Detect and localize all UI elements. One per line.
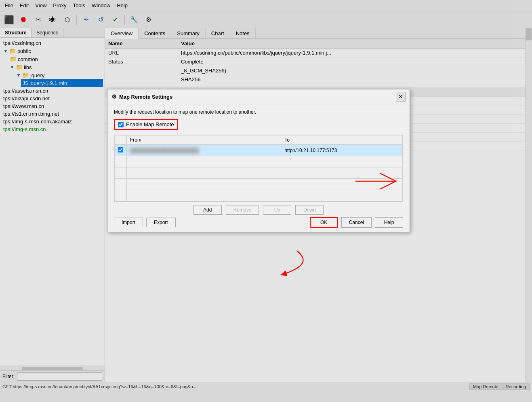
- col-from: From: [127, 135, 281, 145]
- row-checkbox[interactable]: [118, 147, 123, 152]
- grid-row-empty-1: [115, 156, 403, 167]
- cancel-button[interactable]: Cancel: [341, 217, 372, 228]
- export-button[interactable]: Export: [146, 218, 176, 227]
- grid-row-0[interactable]: ████████████████████ http://10.21.10.177…: [115, 145, 403, 156]
- row-to: http://10.21.10.177:5173: [281, 145, 403, 156]
- import-button[interactable]: Import: [114, 218, 143, 227]
- modal-buttons-row1: Add Remove Up Down: [114, 205, 403, 215]
- enable-map-remote-row: Enable Map Remote: [114, 119, 178, 130]
- modal-description: Modify the request location to map one r…: [114, 109, 403, 115]
- modal-buttons-row2: Import Export OK Cancel Help: [114, 217, 403, 228]
- col-to: To: [281, 135, 403, 145]
- grid-row-empty-2: [115, 167, 403, 179]
- modal-titlebar: ⚙ Map Remote Settings ✕: [107, 89, 410, 104]
- map-remote-dialog: ⚙ Map Remote Settings ✕ Modify the reque…: [107, 89, 410, 232]
- enable-map-remote-label: Enable Map Remote: [126, 121, 174, 127]
- col-check: [115, 135, 127, 145]
- modal-buttons-right: OK Cancel Help: [310, 217, 403, 228]
- help-button[interactable]: Help: [375, 217, 403, 228]
- map-remote-grid: From To ████████████████████ http://10.2…: [114, 135, 403, 202]
- grid-table: From To ████████████████████ http://10.2…: [114, 135, 403, 201]
- down-button[interactable]: Down: [295, 205, 324, 215]
- modal-title-left: ⚙ Map Remote Settings: [111, 93, 172, 100]
- enable-map-remote-checkbox[interactable]: [118, 122, 124, 127]
- add-button[interactable]: Add: [193, 205, 222, 215]
- remove-button[interactable]: Remove: [226, 205, 259, 215]
- ok-button[interactable]: OK: [310, 217, 338, 228]
- row-from: ████████████████████: [127, 145, 281, 156]
- up-button[interactable]: Up: [263, 205, 291, 215]
- modal-title-icon: ⚙: [111, 93, 117, 100]
- modal-buttons-left: Import Export: [114, 218, 176, 227]
- grid-row-empty-4: [115, 190, 403, 201]
- modal-title-text: Map Remote Settings: [119, 94, 172, 100]
- modal-overlay: ⚙ Map Remote Settings ✕ Modify the reque…: [0, 0, 532, 402]
- row-check[interactable]: [115, 145, 127, 156]
- modal-body: Modify the request location to map one r…: [107, 104, 410, 202]
- modal-close-button[interactable]: ✕: [396, 92, 406, 102]
- grid-row-empty-3: [115, 179, 403, 190]
